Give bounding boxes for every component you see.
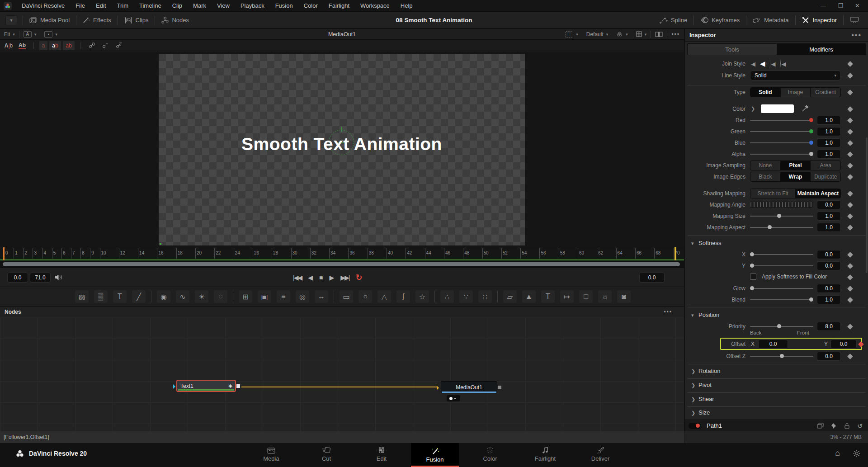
glow-slider[interactable] [750, 288, 813, 289]
priority-slider[interactable] [750, 326, 813, 327]
softness-y-slider[interactable] [750, 265, 813, 266]
tool-background-icon[interactable]: ▨ [75, 290, 89, 303]
color-swatch[interactable] [761, 104, 794, 113]
path-point[interactable] [160, 243, 161, 245]
type-gradient-button[interactable]: Gradient [811, 88, 840, 97]
follower-add-icon[interactable] [86, 41, 98, 50]
menu-item-mark[interactable]: Mark [188, 2, 212, 9]
mapping-aspect-value-field[interactable]: 1.0 [817, 223, 841, 232]
sampling-none-button[interactable]: None [750, 161, 781, 170]
tool-magicmask-icon[interactable]: ☆ [415, 290, 429, 303]
menu-item-fusion[interactable]: Fusion [270, 2, 298, 9]
copy-icon[interactable] [817, 423, 824, 429]
restore-button[interactable]: ❐ [838, 2, 843, 9]
tool-brightnesscontrast-icon[interactable]: ☀ [195, 290, 208, 303]
tool-merge3d-icon[interactable]: ↦ [560, 290, 574, 303]
offset-z-value-field[interactable]: 0.0 [817, 352, 841, 361]
join-bevel-icon[interactable]: ◀ [751, 61, 755, 67]
alpha-slider[interactable] [750, 154, 813, 155]
tab-fairlight[interactable]: Fairlight [521, 443, 569, 465]
section-rotation[interactable]: ❯Rotation [685, 366, 868, 377]
mapping-size-keyframe-icon[interactable] [847, 213, 853, 219]
lock-icon[interactable] [844, 423, 850, 429]
menu-item-playback[interactable]: Playback [235, 2, 270, 9]
duration-field[interactable]: 71.0 [30, 273, 51, 283]
stretch-to-fit-button[interactable]: Stretch to Fit [750, 189, 796, 198]
image-sampling-keyframe-icon[interactable] [847, 163, 853, 169]
home-icon[interactable]: ⌂ [835, 448, 840, 458]
sampling-area-button[interactable]: Area [811, 161, 840, 170]
section-position[interactable]: ▾Position [685, 310, 868, 321]
edges-duplicate-button[interactable]: Duplicate [811, 172, 840, 181]
tab-edit[interactable]: Edit [358, 443, 406, 465]
alpha-keyframe-icon[interactable] [847, 151, 853, 157]
mediaout1-output-port[interactable] [498, 386, 501, 389]
clips-button[interactable]: Clips [118, 12, 155, 28]
menu-item-clip[interactable]: Clip [167, 2, 188, 9]
rendered-text[interactable]: Smooth Text Animation [159, 134, 525, 154]
viewer-grid-dropdown[interactable]: ▾ [632, 29, 651, 39]
join-none-icon[interactable]: ◀ [780, 61, 786, 67]
tool-rectangle-mask-icon[interactable]: ▭ [340, 290, 353, 303]
char-style-ab-alt-icon[interactable]: ab [63, 41, 75, 50]
text1-input-port[interactable] [173, 384, 178, 389]
stop-button[interactable]: ■ [319, 274, 323, 281]
join-round-icon[interactable]: ◀ [760, 60, 765, 68]
keyframes-button[interactable]: Keyframes [694, 12, 746, 28]
blend-value-field[interactable]: 1.0 [817, 295, 841, 304]
section-pivot[interactable]: ❯Pivot [685, 380, 868, 391]
tab-color[interactable]: Color [466, 443, 514, 465]
blend-keyframe-icon[interactable] [847, 297, 853, 303]
tool-dve-icon[interactable]: ▣ [258, 290, 271, 303]
tab-tools[interactable]: Tools [688, 44, 777, 55]
playhead[interactable] [3, 247, 5, 260]
menu-item-help[interactable]: Help [395, 2, 418, 9]
tool-pemitter-icon[interactable]: ∴ [440, 290, 454, 303]
join-miter-icon[interactable]: ◀ [770, 61, 776, 67]
scrollbar-thumb[interactable] [3, 262, 680, 266]
red-slider[interactable] [750, 120, 813, 121]
join-style-keyframe-icon[interactable] [847, 61, 853, 67]
red-value-field[interactable]: 1.0 [817, 116, 841, 125]
blue-slider[interactable] [750, 142, 813, 143]
effects-button[interactable]: Effects [76, 12, 118, 28]
menu-item-edit[interactable]: Edit [90, 2, 111, 9]
mediaout1-input-port[interactable] [437, 386, 441, 390]
minimize-button[interactable]: — [820, 2, 826, 9]
softness-y-value-field[interactable]: 0.0 [817, 261, 841, 270]
blue-keyframe-icon[interactable] [847, 140, 853, 146]
inspector-button[interactable]: Inspector [796, 12, 843, 28]
edges-wrap-button[interactable]: Wrap [781, 172, 811, 181]
current-frame-field[interactable]: 0.0 [7, 273, 28, 283]
tool-merge-icon[interactable]: ◎ [296, 290, 309, 303]
menu-item-color[interactable]: Color [298, 2, 323, 9]
tool-shape3d-icon[interactable]: ▲ [522, 290, 536, 303]
offset-z-slider[interactable] [750, 356, 813, 357]
menu-item-trim[interactable]: Trim [112, 2, 134, 9]
tool-ellipse-mask-icon[interactable]: ○ [359, 290, 372, 303]
blue-value-field[interactable]: 1.0 [817, 138, 841, 147]
menu-item-view[interactable]: View [212, 2, 235, 9]
tool-paint-icon[interactable]: ╱ [132, 290, 146, 303]
tool-resize-icon[interactable]: ↔ [315, 290, 328, 303]
softness-x-slider[interactable] [750, 254, 813, 255]
tool-polygon-mask-icon[interactable]: △ [377, 290, 391, 303]
tab-deliver[interactable]: Deliver [576, 443, 624, 465]
section-shear[interactable]: ❯Shear [685, 394, 868, 405]
menu-item-file[interactable]: File [70, 2, 90, 9]
playback-speed-field[interactable]: 0.0 [639, 273, 665, 283]
tool-bspline-mask-icon[interactable]: ʃ [396, 290, 410, 303]
go-to-end-button[interactable]: ▶▶| [340, 274, 349, 281]
follower-list-icon[interactable] [113, 41, 125, 50]
color-disclosure[interactable]: ❯ [751, 106, 755, 112]
tab-fusion[interactable]: Fusion [411, 443, 459, 467]
type-solid-button[interactable]: Solid [750, 88, 781, 97]
mapping-angle-value-field[interactable]: 0.0 [817, 200, 841, 209]
mapping-aspect-keyframe-icon[interactable] [847, 225, 853, 231]
dual-viewer-button[interactable] [651, 29, 667, 39]
mapping-angle-keyframe-icon[interactable] [847, 202, 853, 208]
play-button[interactable]: ▶ [329, 274, 334, 281]
nodes-options-menu[interactable]: ••• [664, 309, 684, 315]
text1-output-port[interactable] [236, 384, 240, 388]
close-button[interactable]: ✕ [855, 2, 860, 9]
